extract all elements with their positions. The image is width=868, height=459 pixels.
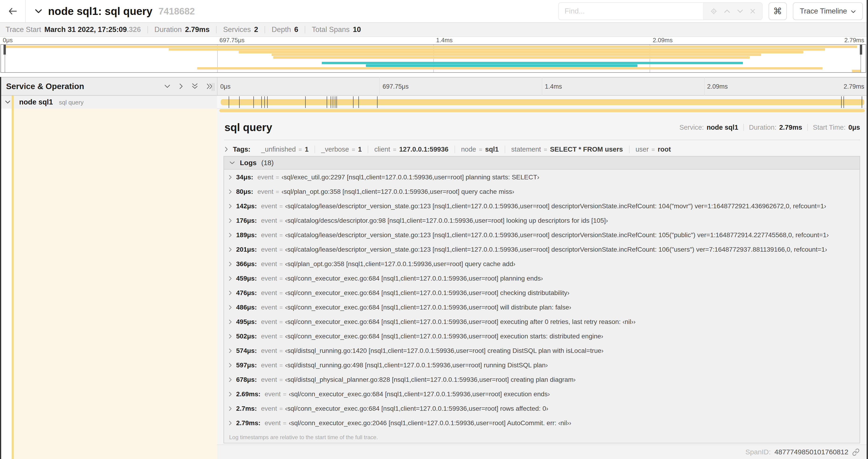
log-entry[interactable]: 366μs: event = ‹sql/plan_opt.go:358 [nsq…	[224, 257, 860, 271]
chevron-right-icon	[229, 203, 232, 209]
keyboard-shortcuts-button[interactable]: ⌘	[769, 2, 787, 20]
collapse-one-icon[interactable]	[164, 84, 171, 89]
log-field-value: ‹sql/conn_executor_exec.go:684 [nsql1,cl…	[285, 318, 636, 326]
log-field-key: event	[261, 376, 277, 384]
divider	[148, 26, 148, 33]
divider	[216, 26, 217, 33]
log-timestamp: 142μs:	[236, 202, 257, 210]
divider	[224, 140, 860, 140]
log-marker	[377, 96, 377, 108]
span-table-header: Service & Operation 0μs697.75μs1.4ms2.09…	[0, 77, 868, 96]
log-field-key: event	[257, 188, 274, 195]
log-timestamp: 80μs:	[236, 188, 253, 195]
back-button[interactable]	[0, 0, 26, 22]
log-timestamp: 486μs:	[236, 304, 257, 311]
minimap-span	[273, 56, 750, 59]
chevron-right-icon	[229, 305, 232, 310]
minimap-span	[197, 67, 822, 70]
log-timestamp: 2.79ms:	[236, 419, 260, 427]
chevron-right-icon	[229, 218, 232, 223]
log-timestamp: 34μs:	[236, 173, 253, 181]
find-input[interactable]	[559, 3, 703, 20]
trace-view-selector[interactable]: Trace Timeline	[793, 2, 863, 20]
chevron-down-icon[interactable]	[5, 100, 11, 104]
log-entry[interactable]: 142μs: event = ‹sql/catalog/lease/descri…	[224, 199, 860, 214]
expand-one-icon[interactable]	[179, 83, 183, 90]
time-tick-label: 697.75μs	[220, 37, 245, 44]
trace-services: Services 2	[223, 25, 258, 34]
tags-accordian[interactable]: Tags: _unfinished = 1 _verbose = 1 clien…	[224, 143, 860, 156]
trace-start: Trace Start March 31 2022, 17:25:09.326	[6, 25, 141, 34]
log-field-value: ‹sql/conn_executor_exec.go:684 [nsql1,cl…	[285, 304, 571, 311]
minimap-right-scrubber[interactable]	[860, 45, 862, 55]
log-entry[interactable]: 2.7ms: event = ‹sql/conn_executor_exec.g…	[224, 401, 860, 416]
log-entry[interactable]: 486μs: event = ‹sql/conn_executor_exec.g…	[224, 300, 860, 315]
log-entry[interactable]: 189μs: event = ‹sql/catalog/lease/descri…	[224, 228, 860, 242]
chevron-right-icon	[229, 391, 232, 397]
log-timestamp: 459μs:	[236, 275, 257, 282]
left-scrollbar[interactable]	[0, 77, 1, 459]
log-entry[interactable]: 459μs: event = ‹sql/conn_executor_exec.g…	[224, 271, 860, 286]
tag-item: statement = SELECT * FROM users	[505, 145, 629, 153]
divider	[265, 26, 265, 33]
log-timestamp: 574μs:	[236, 347, 257, 355]
chevron-right-icon	[229, 362, 232, 368]
log-entry[interactable]: 476μs: event = ‹sql/conn_executor_exec.g…	[224, 286, 860, 300]
prev-match-icon[interactable]	[724, 9, 730, 13]
log-marker	[359, 96, 359, 108]
span-stats: Service:node sql1 Duration:2.79ms Start …	[679, 124, 860, 131]
logs-count: (18)	[261, 159, 274, 167]
chevron-right-icon	[229, 406, 232, 412]
chevron-down-icon[interactable]	[34, 8, 42, 14]
time-tick-label: 1.4ms	[436, 37, 453, 44]
log-entry[interactable]: 80μs: event = ‹sql/plan_opt.go:358 [nsql…	[224, 185, 860, 199]
logs-header[interactable]: Logs (18)	[224, 157, 860, 170]
minimap-span	[366, 64, 638, 67]
log-entry[interactable]: 2.69ms: event = ‹sql/conn_executor_exec.…	[224, 387, 860, 401]
log-entry[interactable]: 502μs: event = ‹sql/conn_executor_exec.g…	[224, 329, 860, 343]
log-field-value: ‹sql/exec_util.go:2297 [nsql1,client=127…	[281, 173, 539, 181]
detail-row-highlight	[14, 109, 217, 459]
log-entry[interactable]: 176μs: event = ‹sql/catalog/descs/descri…	[224, 214, 860, 228]
collapse-all-icon[interactable]	[191, 83, 198, 90]
log-entry[interactable]: 574μs: event = ‹sql/distsql_running.go:1…	[224, 343, 860, 358]
log-entry[interactable]: 2.79ms: event = ‹sql/conn_executor_exec.…	[224, 416, 860, 430]
link-icon[interactable]	[852, 448, 860, 456]
span-row-timeline-cell[interactable]	[217, 96, 867, 109]
log-field-value: ‹sql/plan_opt.go:358 [nsql1,client=127.0…	[285, 260, 516, 268]
log-entry[interactable]: 678μs: event = ‹sql/distsql_physical_pla…	[224, 372, 860, 387]
log-marker	[337, 96, 337, 108]
detail-span-bar[interactable]	[219, 109, 865, 112]
chevron-right-icon	[229, 333, 232, 339]
log-field-key: event	[261, 202, 277, 210]
divider	[743, 124, 744, 131]
log-field-key: event	[261, 217, 277, 224]
trace-minimap[interactable]	[0, 44, 866, 73]
span-service-name: node sql1	[19, 98, 53, 106]
minimap-left-scrubber[interactable]	[3, 45, 6, 55]
time-tick-label: 2.09ms	[707, 83, 728, 90]
locate-icon[interactable]	[710, 8, 717, 15]
log-timestamp: 2.69ms:	[236, 390, 260, 398]
log-field-value: ‹sql/conn_executor_exec.go:684 [nsql1,cl…	[285, 333, 603, 340]
next-match-icon[interactable]	[737, 9, 743, 13]
span-row-service-cell[interactable]: node sql1 sql query	[0, 96, 217, 109]
log-entry[interactable]: 495μs: event = ‹sql/conn_executor_exec.g…	[224, 315, 860, 329]
log-marker	[265, 96, 265, 108]
time-tick-label: 697.75μs	[383, 83, 409, 90]
logs-list: 34μs: event = ‹sql/exec_util.go:2297 [ns…	[224, 170, 860, 430]
column-resizer[interactable]	[211, 83, 216, 91]
log-entry[interactable]: 597μs: event = ‹sql/distsql_running.go:4…	[224, 358, 860, 372]
log-entry[interactable]: 201μs: event = ‹sql/catalog/lease/descri…	[224, 242, 860, 257]
clear-search-icon[interactable]	[750, 8, 755, 14]
right-scrollbar[interactable]	[867, 0, 868, 459]
spanid-value: 4877749850101760812	[774, 448, 848, 456]
log-entry[interactable]: 34μs: event = ‹sql/exec_util.go:2297 [ns…	[224, 170, 860, 185]
tags-label: Tags:	[233, 145, 250, 153]
log-marker	[239, 96, 240, 108]
minimap-span	[272, 54, 761, 56]
log-field-value: ‹sql/catalog/lease/descriptor_version_st…	[285, 246, 827, 253]
log-marker	[843, 96, 844, 108]
log-field-key: event	[261, 246, 277, 253]
span-detail-header[interactable]: sql query Service:node sql1 Duration:2.7…	[224, 118, 860, 137]
